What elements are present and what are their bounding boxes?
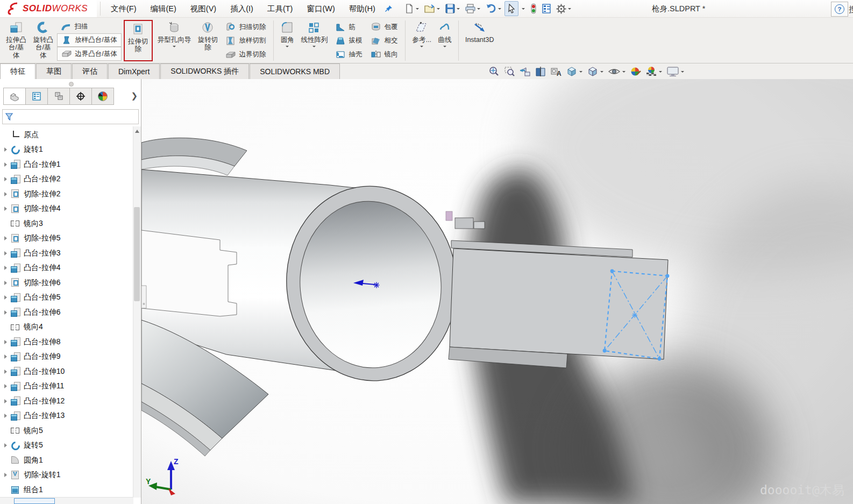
- expand-caret[interactable]: [3, 399, 10, 403]
- tree-item-cut-extrude4[interactable]: 切除-拉伸4: [0, 202, 133, 217]
- vertical-scroll-thumb[interactable]: [134, 207, 140, 301]
- options-list-button[interactable]: [539, 2, 553, 16]
- tree-item-revolve1[interactable]: 旋转1: [0, 143, 133, 158]
- expand-caret[interactable]: [3, 295, 10, 300]
- expand-caret[interactable]: [3, 281, 10, 285]
- dropdown-caret[interactable]: [443, 46, 446, 49]
- fillet-button[interactable]: 圆角: [278, 19, 297, 62]
- menu-tools[interactable]: 工具(T): [260, 0, 300, 17]
- select-tool-button[interactable]: [504, 1, 518, 16]
- expand-caret[interactable]: [3, 414, 10, 418]
- expand-caret[interactable]: [3, 177, 10, 181]
- menu-window[interactable]: 窗口(W): [300, 0, 342, 17]
- tree-item-boss-extrude8[interactable]: 凸台-拉伸8: [0, 335, 133, 350]
- dropdown-caret[interactable]: [420, 46, 423, 49]
- select-tool-caret[interactable]: [519, 2, 528, 16]
- tree-item-boss-extrude10[interactable]: 凸台-拉伸10: [0, 364, 133, 379]
- tab-sketch[interactable]: 草图: [36, 63, 72, 79]
- tree-item-boss-extrude13[interactable]: 凸台-拉伸13: [0, 409, 133, 424]
- rib-button[interactable]: 筋: [331, 20, 366, 33]
- dropdown-caret[interactable]: [173, 46, 176, 49]
- tree-item-mirror5[interactable]: 镜向5: [0, 423, 133, 438]
- new-document-button[interactable]: [402, 2, 422, 16]
- tab-solidworks-addins[interactable]: SOLIDWORKS 插件: [160, 63, 249, 79]
- menu-insert[interactable]: 插入(I): [223, 0, 260, 17]
- loft-button[interactable]: 放样凸台/基体: [57, 33, 121, 47]
- dropdown-caret[interactable]: [437, 8, 440, 11]
- tab-solidworks-mbd[interactable]: SOLIDWORKS MBD: [250, 63, 340, 79]
- boundary-cut-button[interactable]: 边界切除: [222, 48, 269, 61]
- tree-item-boss-extrude9[interactable]: 凸台-拉伸9: [0, 350, 133, 365]
- dropdown-caret[interactable]: [659, 71, 662, 74]
- tree-item-boss-extrude4[interactable]: 凸台-拉伸4: [0, 261, 133, 276]
- expand-caret[interactable]: [3, 266, 10, 270]
- linear-pattern-button[interactable]: 线性阵列: [298, 19, 330, 62]
- tree-item-boss-extrude3[interactable]: 凸台-拉伸3: [0, 246, 133, 261]
- open-button[interactable]: [422, 2, 443, 16]
- expand-caret[interactable]: [3, 162, 10, 167]
- intersect-button[interactable]: 相交: [367, 34, 401, 47]
- menu-edit[interactable]: 编辑(E): [144, 0, 183, 17]
- dropdown-caret[interactable]: [416, 8, 419, 11]
- menu-file[interactable]: 文件(F): [104, 0, 144, 17]
- dropdown-caret[interactable]: [312, 46, 316, 49]
- dropdown-caret[interactable]: [579, 71, 582, 74]
- mirror-button[interactable]: 镜向: [367, 48, 401, 61]
- dimxpertmanager-tab[interactable]: [69, 88, 92, 105]
- undo-button[interactable]: [484, 2, 504, 16]
- tab-features[interactable]: 特征: [0, 63, 35, 79]
- dropdown-caret[interactable]: [498, 8, 501, 11]
- tree-item-cut-revolve1[interactable]: 切除-旋转1: [0, 468, 133, 483]
- apply-scene-button[interactable]: [644, 65, 664, 79]
- expand-caret[interactable]: [3, 384, 10, 388]
- expand-caret[interactable]: [3, 354, 10, 359]
- tree-item-combine1[interactable]: 组合1: [0, 482, 133, 498]
- tree-item-cut-extrude6[interactable]: 切除-拉伸6: [0, 275, 133, 290]
- shell-button[interactable]: 抽壳: [331, 48, 366, 61]
- displaymanager-tab[interactable]: [91, 88, 114, 105]
- tree-item-boss-extrude5[interactable]: 凸台-拉伸5: [0, 290, 133, 306]
- tree-item-boss-extrude1[interactable]: 凸台-拉伸1: [0, 157, 133, 172]
- extruded-cut-button[interactable]: 拉伸切除: [125, 21, 151, 60]
- view-orientation-button[interactable]: [565, 65, 584, 79]
- tree-item-mirror3[interactable]: 镜向3: [0, 216, 133, 231]
- expand-caret[interactable]: [3, 207, 10, 211]
- wrap-button[interactable]: 包覆: [367, 20, 401, 33]
- tree-item-origin[interactable]: 原点: [0, 127, 133, 143]
- expand-caret[interactable]: [3, 310, 10, 315]
- view-settings-button[interactable]: [665, 65, 686, 79]
- display-style-button[interactable]: [586, 65, 605, 79]
- print-button[interactable]: [463, 2, 483, 16]
- tree-item-boss-extrude12[interactable]: 凸台-拉伸12: [0, 394, 133, 409]
- tree-item-boss-extrude11[interactable]: 凸台-拉伸11: [0, 379, 133, 394]
- annotation-view-button[interactable]: A: [549, 65, 563, 79]
- tab-evaluate[interactable]: 评估: [72, 63, 108, 79]
- graphics-viewport[interactable]: Z Y dooooit@木易: [141, 79, 853, 504]
- expand-caret[interactable]: [3, 251, 10, 255]
- help-button[interactable]: ?: [831, 2, 848, 17]
- dropdown-caret[interactable]: [568, 8, 571, 11]
- swept-cut-button[interactable]: 扫描切除: [222, 20, 269, 33]
- expand-caret[interactable]: [3, 370, 10, 374]
- propertymanager-tab[interactable]: [25, 88, 48, 105]
- expand-caret[interactable]: [3, 443, 10, 448]
- dropdown-caret[interactable]: [622, 71, 625, 74]
- tree-item-fillet1[interactable]: 圆角1: [0, 453, 133, 468]
- tab-dimxpert[interactable]: DimXpert: [108, 63, 160, 79]
- instant3d-button[interactable]: Instant3D: [463, 19, 497, 62]
- expand-caret[interactable]: [3, 340, 10, 344]
- dropdown-caret[interactable]: [457, 8, 460, 11]
- horizontal-scroll-thumb[interactable]: [14, 498, 55, 504]
- tree-item-cut-extrude2[interactable]: 切除-拉伸2: [0, 187, 133, 202]
- tree-vertical-scrollbar[interactable]: [133, 126, 141, 498]
- tree-filter-input[interactable]: [16, 111, 138, 123]
- menu-view[interactable]: 视图(V): [183, 0, 223, 17]
- lofted-cut-button[interactable]: 放样切割: [222, 34, 269, 47]
- reference-geometry-button[interactable]: 参考...: [409, 19, 433, 62]
- zoom-to-area-button[interactable]: [502, 65, 516, 79]
- panel-expand-arrow[interactable]: ❯: [131, 91, 138, 101]
- section-view-button[interactable]: [534, 65, 548, 79]
- save-button[interactable]: [443, 2, 463, 16]
- extruded-boss-button[interactable]: 拉伸凸台/基体: [3, 19, 29, 62]
- tree-item-boss-extrude6[interactable]: 凸台-拉伸6: [0, 305, 133, 320]
